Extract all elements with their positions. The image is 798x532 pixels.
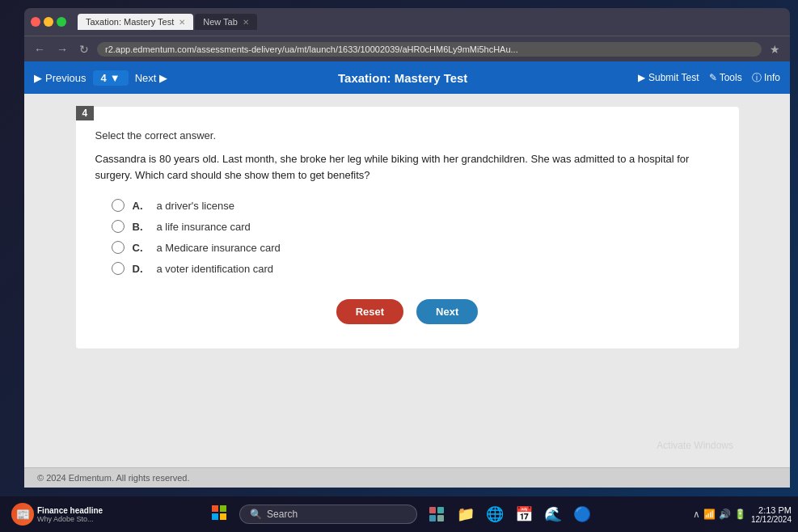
- bookmark-button[interactable]: ★: [766, 41, 783, 57]
- start-button[interactable]: [205, 502, 233, 527]
- taskbar-left: 📰 Finance headline Why Adobe Sto...: [6, 501, 108, 527]
- radio-b[interactable]: [112, 220, 125, 233]
- close-window-button[interactable]: [31, 17, 40, 27]
- network-icon[interactable]: 📶: [703, 509, 716, 520]
- page-title: Taxation: Mastery Test: [174, 71, 631, 85]
- dropdown-icon: ▼: [110, 72, 120, 84]
- news-text: Finance headline Why Adobe Sto...: [37, 506, 103, 523]
- question-card: 4 Select the correct answer. Cassandra i…: [76, 107, 739, 348]
- news-headline: Finance headline: [37, 506, 103, 515]
- clock[interactable]: 2:13 PM 12/12/2024: [751, 505, 792, 524]
- option-a-text: a driver's license: [157, 200, 234, 212]
- option-b-letter: B.: [133, 221, 149, 233]
- question-number: 4: [101, 72, 107, 84]
- forward-button[interactable]: →: [53, 41, 71, 57]
- option-b[interactable]: B. a life insurance card: [112, 220, 720, 233]
- app-footer: © 2024 Edmentum. All rights reserved.: [24, 467, 790, 488]
- main-content: 4 Select the correct answer. Cassandra i…: [24, 94, 790, 467]
- app-toolbar: ▶ Previous 4 ▼ Next ▶ Taxation: Mastery …: [24, 61, 790, 94]
- svg-rect-1: [220, 505, 226, 512]
- news-icon: 📰: [11, 503, 34, 526]
- info-button[interactable]: ⓘ Info: [752, 71, 780, 85]
- next-icon: ▶: [159, 72, 167, 84]
- taskbar-news[interactable]: 📰 Finance headline Why Adobe Sto...: [6, 501, 108, 527]
- file-explorer-icon[interactable]: 📁: [453, 501, 479, 527]
- previous-button[interactable]: ▶ Previous: [34, 72, 87, 84]
- info-icon: ⓘ: [752, 72, 762, 83]
- other-tab[interactable]: New Tab ✕: [195, 14, 257, 30]
- taskbar-apps: 📁 🌐 📅 🌊 🔵: [424, 501, 595, 527]
- browser-chrome: Taxation: Mastery Test ✕ New Tab ✕: [24, 8, 790, 36]
- tools-button[interactable]: ✎ Tools: [709, 72, 742, 83]
- browser-window: Taxation: Mastery Test ✕ New Tab ✕ ← → ↻…: [24, 8, 790, 488]
- widget-icon[interactable]: [424, 501, 450, 527]
- option-a-letter: A.: [133, 200, 149, 212]
- maximize-window-button[interactable]: [57, 17, 66, 27]
- next-button[interactable]: Next: [416, 299, 478, 324]
- option-d-text: a voter identification card: [157, 263, 274, 275]
- news-sub: Why Adobe Sto...: [37, 515, 103, 523]
- taskbar-search[interactable]: 🔍 Search: [239, 505, 417, 524]
- taskbar: 📰 Finance headline Why Adobe Sto... 🔍 Se…: [0, 496, 798, 532]
- minimize-window-button[interactable]: [44, 17, 53, 27]
- option-c-text: a Medicare insurance card: [157, 242, 281, 254]
- search-placeholder: Search: [267, 509, 298, 520]
- svg-rect-6: [429, 515, 436, 521]
- taskbar-center: 🔍 Search 📁 🌐: [112, 501, 688, 527]
- option-a[interactable]: A. a driver's license: [112, 199, 720, 212]
- info-label: Info: [764, 72, 780, 83]
- tab-close-icon[interactable]: ✕: [179, 18, 185, 27]
- browser-icon[interactable]: 🌐: [482, 501, 508, 527]
- next-button-toolbar[interactable]: Next ▶: [135, 72, 168, 84]
- previous-label: Previous: [45, 72, 87, 84]
- wifi-icon[interactable]: 🔊: [719, 509, 731, 520]
- svg-rect-2: [212, 513, 218, 520]
- search-icon: 🔍: [250, 509, 262, 520]
- refresh-button[interactable]: ↻: [76, 41, 92, 57]
- system-tray: ∧ 📶 🔊 🔋: [693, 509, 746, 520]
- tools-icon: ✎: [709, 72, 717, 83]
- desktop: Taxation: Mastery Test ✕ New Tab ✕ ← → ↻…: [0, 0, 798, 532]
- taskbar-right: ∧ 📶 🔊 🔋 2:13 PM 12/12/2024: [693, 505, 792, 524]
- svg-rect-4: [429, 507, 436, 513]
- submit-icon: ▶: [638, 72, 645, 83]
- back-button[interactable]: ←: [31, 41, 49, 57]
- answer-options: A. a driver's license B. a life insuranc…: [95, 199, 720, 275]
- instruction-text: Select the correct answer.: [95, 129, 720, 141]
- radio-c[interactable]: [112, 241, 125, 254]
- previous-icon: ▶: [34, 72, 42, 84]
- radio-d[interactable]: [112, 262, 125, 275]
- question-text: Cassandra is 80 years old. Last month, s…: [95, 151, 720, 183]
- question-number-tag: 4: [76, 106, 95, 120]
- address-bar-row: ← → ↻ ★: [24, 36, 790, 61]
- address-bar[interactable]: [97, 42, 762, 57]
- option-c-letter: C.: [133, 242, 149, 254]
- question-number-badge[interactable]: 4 ▼: [93, 70, 129, 86]
- clock-date: 12/12/2024: [751, 515, 792, 524]
- reset-button[interactable]: Reset: [336, 299, 403, 324]
- browser-controls: [31, 17, 66, 27]
- calendar-icon[interactable]: 📅: [511, 501, 537, 527]
- submit-label: Submit Test: [648, 72, 699, 83]
- option-d[interactable]: D. a voter identification card: [112, 262, 720, 275]
- other-tab-label: New Tab: [203, 17, 238, 27]
- tools-label: Tools: [720, 72, 742, 83]
- clock-time: 2:13 PM: [758, 505, 792, 515]
- other-tab-close-icon[interactable]: ✕: [243, 18, 249, 27]
- tab-label: Taxation: Mastery Test: [86, 17, 174, 27]
- svg-rect-7: [437, 515, 444, 521]
- chevron-up-icon[interactable]: ∧: [693, 509, 700, 520]
- chrome-icon[interactable]: 🔵: [569, 501, 595, 527]
- edge-icon[interactable]: 🌊: [540, 501, 566, 527]
- volume-icon[interactable]: 🔋: [734, 509, 746, 520]
- active-tab[interactable]: Taxation: Mastery Test ✕: [78, 14, 193, 30]
- button-row: Reset Next: [95, 299, 720, 324]
- radio-a[interactable]: [112, 199, 125, 212]
- option-d-letter: D.: [133, 263, 149, 275]
- submit-test-button[interactable]: ▶ Submit Test: [638, 72, 699, 83]
- svg-rect-0: [212, 505, 218, 512]
- svg-rect-5: [437, 507, 444, 513]
- toolbar-right: ▶ Submit Test ✎ Tools ⓘ Info: [638, 71, 780, 85]
- option-b-text: a life insurance card: [157, 221, 251, 233]
- option-c[interactable]: C. a Medicare insurance card: [112, 241, 720, 254]
